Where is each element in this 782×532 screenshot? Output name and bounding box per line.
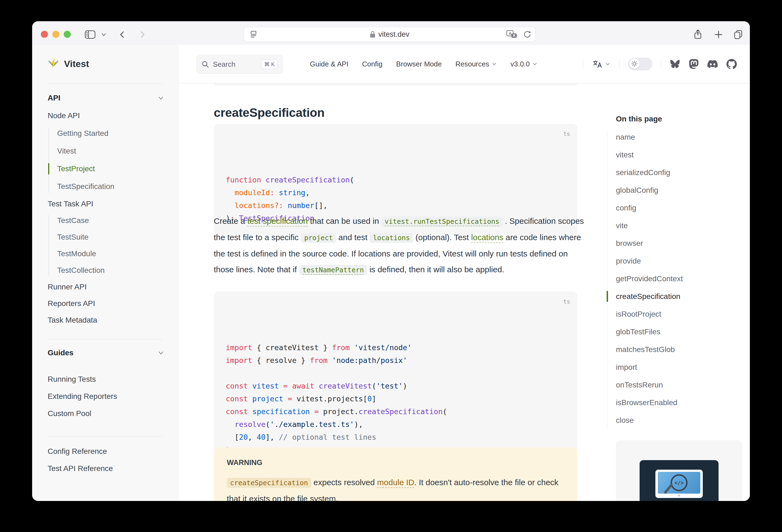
sidebar-item-testproject[interactable]: TestProject — [57, 163, 95, 175]
sidebar-item-testmodule[interactable]: TestModule — [57, 248, 96, 260]
outline-item-matchestestglob[interactable]: matchesTestGlob — [616, 341, 733, 358]
sidebar-item-testsuite[interactable]: TestSuite — [57, 231, 88, 243]
outline-item-vite[interactable]: vite — [616, 217, 733, 235]
outline-item-browser[interactable]: browser — [616, 235, 733, 252]
inline-link[interactable]: vitest.runTestSpecifications — [381, 216, 502, 226]
outline-item-globtestfiles[interactable]: globTestFiles — [616, 323, 733, 341]
nav-menu-version[interactable]: v3.0.0 — [510, 60, 537, 68]
sidebar-item-runner-api[interactable]: Runner API — [48, 281, 86, 293]
sidebar-section-guides[interactable]: Guides — [48, 347, 73, 359]
close-window-button[interactable] — [41, 31, 48, 38]
outline-item-vitest[interactable]: vitest — [616, 146, 733, 164]
code-line: moduleId: string, — [226, 186, 565, 199]
outline-item-createspecification[interactable]: createSpecification — [616, 287, 733, 305]
section-api-chevron-icon[interactable] — [156, 92, 166, 104]
svg-text:A: A — [509, 31, 511, 36]
search-button[interactable]: Search ⌘ K — [196, 55, 283, 74]
text-run: expects resolved — [311, 478, 377, 487]
maximize-window-button[interactable] — [64, 31, 71, 38]
chevron-down-icon — [492, 61, 497, 67]
sidebar-item-test-api-reference[interactable]: Test API Reference — [48, 463, 113, 474]
sidebar-menu-chevron-button[interactable] — [99, 28, 108, 41]
sidebar-item-testcollection[interactable]: TestCollection — [57, 264, 105, 276]
url-display: vitest.dev — [244, 27, 535, 42]
sidebar-item-reporters-api[interactable]: Reporters API — [48, 297, 95, 310]
code-line: locations?: number[], — [226, 199, 565, 212]
nav-links: Guide & API Config Browser Mode Resource… — [310, 45, 537, 83]
share-button[interactable] — [691, 28, 705, 41]
sidebar-active-marker — [48, 163, 49, 175]
sidebar-toggle-button[interactable] — [83, 28, 97, 41]
theme-toggle[interactable] — [628, 58, 652, 70]
outline-item-provide[interactable]: provide — [616, 252, 733, 270]
outline-item-ontestsrerun[interactable]: onTestsRerun — [616, 376, 733, 394]
magnifier-handle — [664, 483, 673, 494]
outline-item-isrootproject[interactable]: isRootProject — [616, 305, 733, 323]
sidebar-item-getting-started[interactable]: Getting Started — [57, 128, 108, 139]
inline-link[interactable]: test specification — [247, 216, 308, 225]
code-lang-badge: ts — [563, 295, 570, 308]
warning-callout: WARNING createSpecification expects reso… — [214, 447, 577, 501]
nav-link-config[interactable]: Config — [362, 60, 383, 68]
language-menu-button[interactable] — [592, 59, 610, 69]
back-arrow-icon — [118, 31, 126, 39]
outline-item-name[interactable]: name — [616, 128, 733, 146]
nav-link-guide-api[interactable]: Guide & API — [310, 60, 349, 68]
outline-item-close[interactable]: close — [616, 412, 733, 429]
sidebar-item-testcase[interactable]: TestCase — [57, 215, 89, 226]
sponsor-card[interactable]: </> — [616, 440, 742, 501]
inline-link[interactable]: testNamePattern — [299, 265, 367, 275]
outline-item-getprovidedcontext[interactable]: getProvidedContext — [616, 270, 733, 287]
sidebar-divider — [48, 436, 162, 436]
sidebar-item-extending-reporters[interactable]: Extending Reporters — [48, 390, 117, 402]
tab-overview-button[interactable] — [731, 28, 745, 41]
sidebar-heading-node-api[interactable]: Node API — [48, 110, 80, 122]
previous-code-block-edge — [214, 83, 577, 86]
reload-button[interactable] — [523, 30, 532, 39]
outline-item-import[interactable]: import — [616, 358, 733, 376]
sidebar-divider — [48, 339, 162, 340]
sponsor-illustration: </> — [640, 460, 718, 501]
sidebar-item-task-metadata[interactable]: Task Metadata — [48, 314, 97, 326]
nav-link-browser-mode[interactable]: Browser Mode — [396, 60, 442, 68]
description-paragraph: Create a test specification that can be … — [214, 213, 584, 278]
nav-menu-resources[interactable]: Resources — [455, 60, 497, 68]
bluesky-link[interactable] — [670, 59, 680, 69]
inline-link[interactable]: module ID — [377, 478, 415, 487]
discord-link[interactable] — [707, 59, 718, 69]
minimize-window-button[interactable] — [52, 31, 59, 38]
outline-active-marker — [607, 291, 608, 302]
site-navbar: Search ⌘ K Guide & API Config Browser Mo… — [179, 45, 750, 83]
plus-icon — [714, 31, 723, 39]
sidebar-item-running-tests[interactable]: Running Tests — [48, 373, 96, 385]
new-tab-button[interactable] — [712, 28, 725, 41]
code-line: const specification = project.createSpec… — [226, 405, 565, 418]
forward-button[interactable] — [136, 28, 149, 41]
sidebar-item-custom-pool[interactable]: Custom Pool — [48, 407, 91, 420]
laptop-screen: </> — [658, 472, 700, 494]
vitest-logo[interactable]: Vitest — [47, 58, 89, 69]
mastodon-link[interactable] — [689, 59, 699, 69]
nav-resources-label: Resources — [455, 60, 489, 68]
sidebar-heading-test-task-api[interactable]: Test Task API — [48, 198, 94, 210]
outline-item-serializedconfig[interactable]: serializedConfig — [616, 164, 733, 181]
outline-list: name vitest serializedConfig globalConfi… — [616, 128, 733, 429]
sidebar-section-api[interactable]: API — [48, 92, 61, 104]
docs-sidebar: Vitest API Node API Getting Started Vite… — [32, 45, 179, 501]
back-button[interactable] — [115, 28, 129, 41]
sidebar-item-config-reference[interactable]: Config Reference — [48, 446, 107, 457]
inline-link[interactable]: locations — [471, 233, 503, 242]
sidebar-item-testspecification[interactable]: TestSpecification — [57, 180, 114, 192]
section-guides-chevron-icon[interactable] — [156, 347, 166, 359]
text-run: is defined, then it will also be applied… — [367, 265, 504, 274]
address-bar[interactable]: vitest.dev A — [244, 27, 536, 42]
code-line: function createSpecification( — [226, 173, 565, 186]
translate-button[interactable]: A — [506, 30, 518, 39]
outline-border — [607, 131, 607, 429]
sidebar-item-vitest[interactable]: Vitest — [57, 145, 76, 157]
github-link[interactable] — [726, 59, 737, 69]
text-run: (optional). Test — [413, 233, 471, 242]
outline-item-globalconfig[interactable]: globalConfig — [616, 181, 733, 199]
outline-item-isbrowserenabled[interactable]: isBrowserEnabled — [616, 394, 733, 412]
outline-item-config[interactable]: config — [616, 199, 733, 217]
